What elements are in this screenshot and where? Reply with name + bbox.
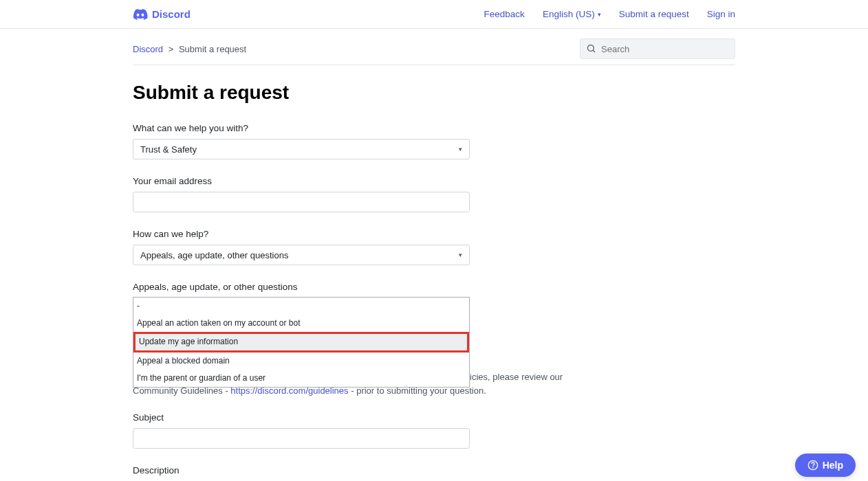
- subtype-dropdown-list: - Appeal an action taken on my account o…: [133, 297, 470, 388]
- discord-logo-icon: [133, 9, 148, 20]
- page-title: Submit a request: [133, 82, 735, 104]
- subtype-dropdown[interactable]: - Appeal an action taken on my account o…: [133, 298, 470, 358]
- subject-input[interactable]: [133, 428, 470, 449]
- topic-label: What can we help you with?: [133, 123, 470, 133]
- subtype-label: Appeals, age update, or other questions: [133, 282, 470, 292]
- help-widget-button[interactable]: Help: [795, 454, 856, 477]
- help-select[interactable]: Appeals, age update, other questions ▾: [133, 245, 470, 265]
- email-input[interactable]: [133, 192, 470, 212]
- search-icon: [586, 43, 596, 54]
- subtype-option-blank[interactable]: -: [133, 298, 469, 315]
- chevron-down-icon: ▾: [598, 11, 601, 18]
- nav-signin[interactable]: Sign in: [707, 9, 735, 19]
- nav-language-label: English (US): [543, 9, 595, 19]
- nav-language[interactable]: English (US) ▾: [543, 9, 601, 19]
- svg-point-3: [812, 467, 813, 468]
- breadcrumb: Discord > Submit a request: [133, 44, 246, 54]
- subtype-option-update-age[interactable]: Update my age information: [133, 332, 469, 352]
- brand-text: Discord: [152, 8, 191, 20]
- discord-logo[interactable]: Discord: [133, 8, 191, 20]
- nav-feedback[interactable]: Feedback: [484, 9, 525, 19]
- search-box[interactable]: [580, 38, 735, 59]
- help-select-value: Appeals, age update, other questions: [140, 250, 288, 260]
- nav-submit-request[interactable]: Submit a request: [619, 9, 689, 19]
- svg-line-1: [593, 50, 595, 52]
- help-widget-label: Help: [823, 460, 843, 471]
- search-input[interactable]: [580, 38, 735, 59]
- description-label: Description: [133, 465, 470, 476]
- subtype-option-blocked-domain[interactable]: Appeal a blocked domain: [133, 353, 469, 370]
- caret-down-icon: ▾: [459, 251, 462, 258]
- subject-label: Subject: [133, 412, 470, 423]
- svg-point-0: [588, 45, 594, 52]
- topic-select[interactable]: Trust & Safety ▾: [133, 139, 470, 159]
- email-label: Your email address: [133, 176, 470, 186]
- topic-select-value: Trust & Safety: [140, 144, 197, 155]
- help-question-icon: [807, 460, 818, 471]
- subtype-option-appeal-account[interactable]: Appeal an action taken on my account or …: [133, 315, 469, 332]
- breadcrumb-root[interactable]: Discord: [133, 44, 163, 54]
- breadcrumb-current: Submit a request: [179, 44, 246, 54]
- caret-down-icon: ▾: [459, 146, 462, 153]
- breadcrumb-separator: >: [169, 44, 174, 54]
- subtype-option-parent-guardian[interactable]: I'm the parent or guardian of a user: [133, 370, 469, 387]
- help-label: How can we help?: [133, 229, 470, 239]
